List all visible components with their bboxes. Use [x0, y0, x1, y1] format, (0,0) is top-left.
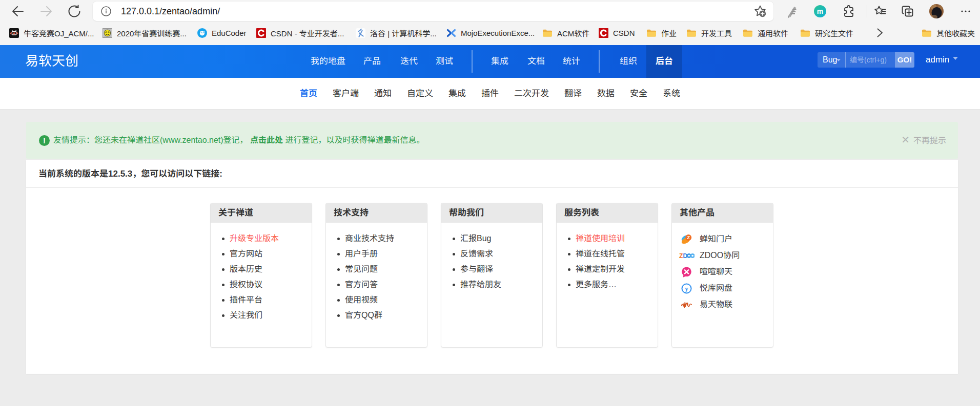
svg-text:Z: Z: [679, 252, 683, 259]
svg-text:y: y: [685, 285, 688, 292]
svg-text:Z: Z: [687, 235, 690, 240]
